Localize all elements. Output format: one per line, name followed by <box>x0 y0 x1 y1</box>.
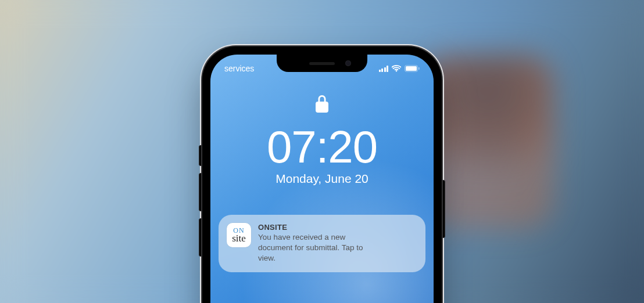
phone-notch <box>277 55 367 72</box>
phone-screen: services 07:20 Mo <box>210 55 434 303</box>
phone-speaker <box>309 62 335 65</box>
notification-card[interactable]: ON site ONSITE You have received a new d… <box>219 215 425 272</box>
lock-screen-date: Monday, June 20 <box>210 172 434 186</box>
carrier-label: services <box>224 64 254 73</box>
lock-screen-time: 07:20 <box>210 124 434 169</box>
svg-rect-1 <box>406 66 417 71</box>
wifi-icon <box>392 65 401 72</box>
battery-icon <box>405 65 420 72</box>
notification-body: ONSITE You have received a new document … <box>258 223 417 264</box>
svg-rect-2 <box>418 67 420 70</box>
lock-icon <box>210 95 434 115</box>
notification-app-name: ONSITE <box>258 223 417 232</box>
cellular-signal-icon <box>379 66 389 72</box>
app-icon-line2: site <box>232 235 246 243</box>
phone-camera <box>345 60 351 66</box>
lock-screen-area: 07:20 Monday, June 20 <box>210 95 434 186</box>
promo-stage: services 07:20 Mo <box>0 0 644 303</box>
notification-message: You have received a new document for sub… <box>258 232 374 264</box>
phone-power-button <box>442 180 445 238</box>
phone-mute-switch <box>199 145 202 166</box>
phone-frame: services 07:20 Mo <box>202 46 442 303</box>
phone-volume-down <box>199 218 202 257</box>
status-right <box>379 65 420 72</box>
phone-volume-up <box>199 173 202 211</box>
notification-app-icon: ON site <box>227 223 251 247</box>
